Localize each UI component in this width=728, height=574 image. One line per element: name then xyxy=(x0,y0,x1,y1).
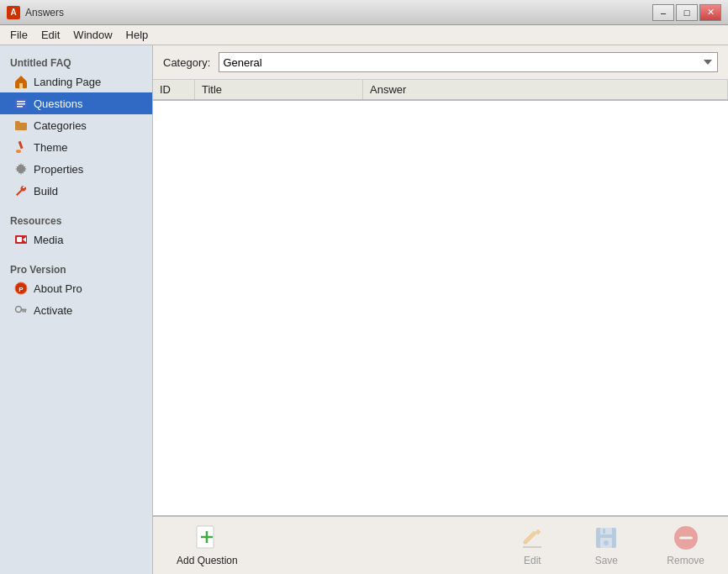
sidebar-item-build-label: Build xyxy=(34,185,58,197)
save-label: Save xyxy=(595,555,618,566)
svg-rect-5 xyxy=(17,103,25,105)
save-icon xyxy=(593,524,620,551)
questions-table: ID Title Answer xyxy=(153,80,728,515)
media-icon xyxy=(13,232,29,247)
sidebar-item-build[interactable]: Build xyxy=(0,180,152,202)
remove-icon xyxy=(673,524,699,551)
folder-icon xyxy=(13,118,29,133)
svg-rect-18 xyxy=(23,311,24,313)
close-button[interactable]: ✕ xyxy=(699,4,721,21)
house-icon xyxy=(13,74,29,89)
content-area: Category: General ID Title Answer xyxy=(153,45,728,574)
add-question-label: Add Question xyxy=(177,555,238,566)
sidebar-item-categories[interactable]: Categories xyxy=(0,114,152,136)
title-bar-left: A Answers xyxy=(7,6,64,19)
sidebar-item-activate[interactable]: Activate xyxy=(0,299,152,321)
svg-point-8 xyxy=(16,150,21,153)
svg-rect-29 xyxy=(679,537,693,540)
menu-file[interactable]: File xyxy=(3,27,34,43)
sidebar-item-categories-label: Categories xyxy=(34,119,87,132)
sidebar-item-theme-label: Theme xyxy=(34,141,67,154)
save-button[interactable]: Save xyxy=(586,521,626,570)
brush-icon xyxy=(13,140,29,155)
sidebar-item-activate-label: Activate xyxy=(34,304,72,317)
svg-point-15 xyxy=(16,307,22,313)
sidebar-item-properties-label: Properties xyxy=(34,163,83,176)
pro-badge-icon: P xyxy=(13,281,29,296)
main-container: Untitled FAQ Landing Page xyxy=(0,45,728,574)
menu-window[interactable]: Window xyxy=(66,27,119,43)
svg-rect-6 xyxy=(17,106,23,108)
sidebar-item-landing-page-label: Landing Page xyxy=(34,76,101,88)
key-icon xyxy=(13,303,29,318)
svg-point-27 xyxy=(604,540,609,545)
minimize-button[interactable]: – xyxy=(652,4,674,21)
remove-button[interactable]: Remove xyxy=(660,521,711,570)
sidebar-item-questions-label: Questions xyxy=(34,97,83,110)
wrench-icon xyxy=(13,183,29,198)
sidebar-item-properties[interactable]: Properties xyxy=(0,158,152,180)
svg-rect-2 xyxy=(19,83,23,88)
svg-rect-4 xyxy=(17,101,25,103)
project-label: Untitled FAQ xyxy=(0,52,152,71)
gear-icon xyxy=(13,161,29,176)
sidebar-item-media-label: Media xyxy=(34,234,63,246)
svg-rect-16 xyxy=(21,309,27,311)
edit-icon xyxy=(519,524,546,551)
category-row: Category: General xyxy=(153,45,728,80)
menu-edit[interactable]: Edit xyxy=(34,27,66,43)
app-icon: A xyxy=(7,6,20,19)
remove-label: Remove xyxy=(667,555,704,566)
sidebar-item-about-pro[interactable]: P About Pro xyxy=(0,277,152,299)
bottom-toolbar: Add Question Edit xyxy=(153,515,728,574)
column-header-id: ID xyxy=(153,80,195,99)
window-title: Answers xyxy=(25,7,64,18)
resources-section-label: Resources xyxy=(0,210,152,229)
window-controls: – □ ✕ xyxy=(652,4,721,21)
table-header: ID Title Answer xyxy=(153,80,728,101)
sidebar-item-landing-page[interactable]: Landing Page xyxy=(0,71,152,92)
svg-rect-11 xyxy=(17,237,22,242)
sidebar-item-media[interactable]: Media xyxy=(0,229,152,250)
category-label: Category: xyxy=(163,56,210,69)
svg-rect-7 xyxy=(18,141,24,149)
column-header-title: Title xyxy=(195,80,363,99)
sidebar: Untitled FAQ Landing Page xyxy=(0,45,153,574)
add-question-button[interactable]: Add Question xyxy=(170,521,245,570)
title-bar: A Answers – □ ✕ xyxy=(0,0,728,25)
svg-rect-26 xyxy=(603,529,605,534)
maximize-button[interactable]: □ xyxy=(676,4,698,21)
edit-button[interactable]: Edit xyxy=(512,521,552,570)
edit-label: Edit xyxy=(524,555,541,566)
menu-bar: File Edit Window Help xyxy=(0,25,728,45)
sidebar-item-theme[interactable]: Theme xyxy=(0,136,152,158)
category-select[interactable]: General xyxy=(219,52,718,72)
svg-rect-17 xyxy=(24,311,26,313)
sidebar-item-about-pro-label: About Pro xyxy=(34,282,82,295)
menu-help[interactable]: Help xyxy=(119,27,156,43)
list-icon xyxy=(13,96,29,111)
svg-rect-24 xyxy=(600,528,612,535)
svg-text:P: P xyxy=(18,286,24,293)
sidebar-item-questions[interactable]: Questions xyxy=(0,92,152,114)
pro-version-section-label: Pro Version xyxy=(0,259,152,277)
add-question-icon xyxy=(193,524,220,551)
svg-marker-1 xyxy=(15,76,27,82)
column-header-answer: Answer xyxy=(363,80,728,99)
